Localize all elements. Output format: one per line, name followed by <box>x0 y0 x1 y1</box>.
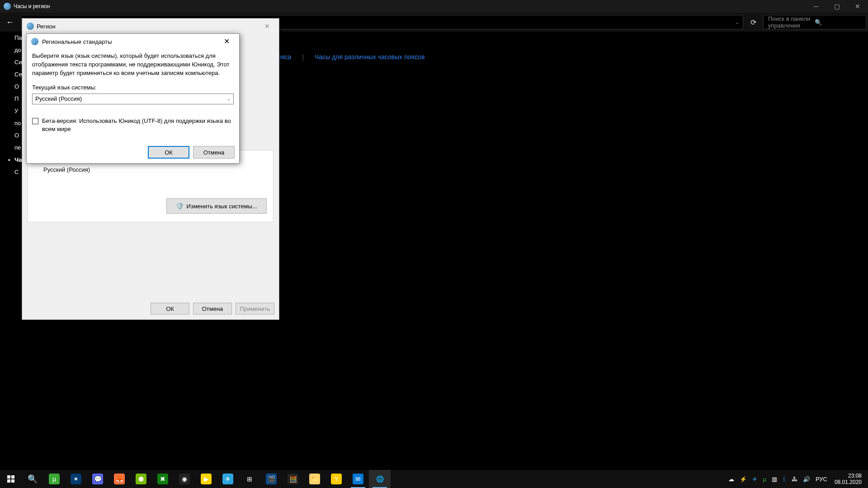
videos-icon: 🎬 <box>266 474 277 484</box>
back-button[interactable]: ← <box>2 14 18 30</box>
search-input[interactable]: Поиск в панели управления 🔍 <box>763 15 866 29</box>
sidebar: ПадоСиСеОПУпоОпеЧаС <box>0 32 22 303</box>
close-icon[interactable]: ✕ <box>218 35 235 48</box>
taskbar-app-region[interactable]: 🌐 <box>369 470 391 488</box>
ok-button[interactable]: ОК <box>151 303 189 314</box>
mail-icon: ✉ <box>353 474 363 484</box>
search-icon: 🔍 <box>815 19 861 26</box>
system-locale-dropdown[interactable]: Русский (Россия) ⌄ <box>32 94 234 104</box>
chevron-down-icon: ⌄ <box>227 96 231 101</box>
taskbar-app-utorrent[interactable]: µ <box>43 470 65 488</box>
system-locale-value: Русский (Россия) <box>35 95 82 102</box>
modal-titlebar: Региональные стандарты ✕ <box>27 34 239 49</box>
link-additional-clocks[interactable]: Часы для различных часовых поясов <box>315 53 425 61</box>
taskbar-app-xbox[interactable]: ✖ <box>152 470 174 488</box>
sidebar-item[interactable]: пе <box>0 141 22 154</box>
taskbar-app-potplayer[interactable]: ▶ <box>195 470 217 488</box>
region-dialog-footer: ОК Отмена Применить <box>22 298 279 319</box>
start-button[interactable] <box>0 470 22 488</box>
close-icon[interactable]: ✕ <box>260 23 274 30</box>
taskbar-app-firefox[interactable]: 🦊 <box>108 470 130 488</box>
taskbar-app-calculator[interactable]: 🧮 <box>282 470 304 488</box>
taskbar-app-battlenet[interactable]: ✶ <box>65 470 87 488</box>
globe-icon <box>4 3 11 10</box>
taskbar-app-explorer[interactable]: 📁 <box>304 470 326 488</box>
sidebar-item[interactable]: У <box>0 105 22 117</box>
yandex-icon: Y <box>331 474 342 484</box>
sidebar-item[interactable]: О <box>0 80 22 93</box>
region-dialog-titlebar: Регион ✕ <box>22 19 279 34</box>
explorer-icon: 📁 <box>309 474 320 484</box>
change-system-locale-button[interactable]: 🛡️ Изменить язык системы... <box>166 198 267 214</box>
discord-icon: 💬 <box>92 474 103 484</box>
regional-standards-modal: Региональные стандарты ✕ Выберите язык (… <box>26 33 240 164</box>
content-links: о пояса | Часы для различных часовых поя… <box>269 53 425 61</box>
apply-button[interactable]: Применить <box>236 303 274 314</box>
utorrent-tray-icon[interactable]: µ <box>760 470 769 488</box>
bluetooth-icon[interactable]: ᛒ <box>780 470 789 488</box>
globe-icon <box>27 23 34 30</box>
minimize-button[interactable]: ─ <box>806 0 826 13</box>
onedrive-icon[interactable]: ☁ <box>726 470 737 488</box>
sidebar-item[interactable]: С <box>0 166 22 178</box>
current-locale-label: Текущий язык системы: <box>32 84 234 91</box>
win-flag-icon: ⊞ <box>244 474 255 484</box>
search-placeholder: Поиск в панели управления <box>768 15 815 29</box>
cancel-button[interactable]: Отмена <box>193 146 235 159</box>
language-indicator[interactable]: РУС <box>813 470 830 488</box>
windows-icon <box>7 475 14 483</box>
taskbar: 🔍 µ✶💬🦊⬢✖◉▶✈⊞🎬🧮📁Y✉🌐 ☁ ⚡ ✈ µ ▥ ᛒ 🖧 🔊 РУС 2… <box>0 470 868 488</box>
telegram-icon: ✈ <box>222 474 233 484</box>
beta-utf8-label: Бета-версия: Использовать Юникод (UTF-8)… <box>42 117 234 133</box>
ok-button[interactable]: ОК <box>148 146 189 159</box>
sidebar-item[interactable]: до <box>0 44 22 56</box>
modal-title: Региональные стандарты <box>42 38 112 45</box>
battlenet-icon: ✶ <box>71 474 81 484</box>
region-icon: 🌐 <box>374 474 385 484</box>
refresh-button[interactable]: ⟳ <box>746 15 760 29</box>
titlebar: Часы и регион ─ ▢ ✕ <box>0 0 868 13</box>
clock-date: 08.01.2020 <box>835 479 862 485</box>
taskbar-app-yandex[interactable]: Y <box>326 470 347 488</box>
lightning-icon[interactable]: ⚡ <box>737 470 750 488</box>
taskbar-left: 🔍 µ✶💬🦊⬢✖◉▶✈⊞🎬🧮📁Y✉🌐 <box>0 470 391 488</box>
volume-icon[interactable]: 🔊 <box>800 470 813 488</box>
cancel-button[interactable]: Отмена <box>193 303 232 314</box>
globe-icon <box>31 38 38 45</box>
sidebar-item[interactable]: П <box>0 93 22 105</box>
calculator-icon: 🧮 <box>288 474 298 484</box>
telegram-tray-icon[interactable]: ✈ <box>750 470 760 488</box>
app-tray-icon[interactable]: ▥ <box>769 470 780 488</box>
network-icon[interactable]: 🖧 <box>789 470 800 488</box>
chevron-down-icon[interactable]: ⌄ <box>735 19 739 25</box>
sidebar-item[interactable]: Ча <box>0 154 22 166</box>
maximize-button[interactable]: ▢ <box>826 0 847 13</box>
clock[interactable]: 23:08 08.01.2020 <box>830 473 866 486</box>
nvidia-icon: ⬢ <box>136 474 146 484</box>
clock-time: 23:08 <box>848 473 862 479</box>
sidebar-item[interactable]: Си <box>0 56 22 68</box>
xbox-icon: ✖ <box>157 474 168 484</box>
sidebar-item[interactable]: Па <box>0 32 22 44</box>
taskbar-app-mail[interactable]: ✉ <box>347 470 369 488</box>
taskbar-app-telegram[interactable]: ✈ <box>217 470 239 488</box>
region-dialog-title: Регион <box>37 23 56 30</box>
sidebar-item[interactable]: по <box>0 117 22 129</box>
nonunicode-value: Русский (Россия) <box>43 166 267 173</box>
potplayer-icon: ▶ <box>201 474 212 484</box>
taskbar-app-win-flag[interactable]: ⊞ <box>239 470 260 488</box>
close-button[interactable]: ✕ <box>847 0 868 13</box>
sidebar-item[interactable]: Се <box>0 68 22 80</box>
taskbar-app-obs[interactable]: ◉ <box>174 470 195 488</box>
search-button[interactable]: 🔍 <box>22 470 43 488</box>
window-title: Часы и регион <box>14 3 50 9</box>
system-tray: ☁ ⚡ ✈ µ ▥ ᛒ 🖧 🔊 РУС 23:08 08.01.2020 <box>726 470 868 488</box>
modal-description: Выберите язык (язык системы), который бу… <box>32 52 234 78</box>
taskbar-app-videos[interactable]: 🎬 <box>260 470 282 488</box>
taskbar-app-discord[interactable]: 💬 <box>87 470 108 488</box>
taskbar-app-nvidia[interactable]: ⬢ <box>130 470 152 488</box>
obs-icon: ◉ <box>179 474 190 484</box>
beta-utf8-checkbox[interactable] <box>32 118 38 124</box>
firefox-icon: 🦊 <box>114 474 125 484</box>
sidebar-item[interactable]: О <box>0 129 22 141</box>
